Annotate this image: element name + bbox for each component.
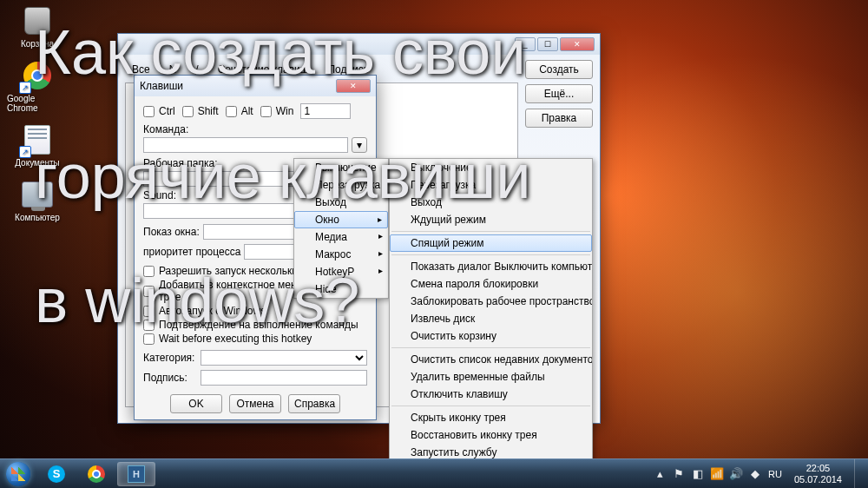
wait-label: Wait before executing this hotkey — [159, 333, 312, 345]
autorun-checkbox[interactable] — [143, 306, 155, 317]
skype-icon: S — [48, 465, 65, 483]
confirm-checkbox[interactable] — [143, 320, 155, 331]
command-label: Команда: — [143, 123, 367, 135]
caption-input[interactable] — [201, 370, 367, 386]
win-checkbox[interactable] — [260, 106, 272, 117]
clock-date: 05.07.2014 — [794, 474, 842, 485]
desktop-icon-label: Компьютер — [15, 213, 60, 222]
more-button[interactable]: Ещё... — [525, 84, 593, 103]
create-button[interactable]: Создать — [525, 60, 593, 79]
menu-separator — [391, 406, 590, 406]
computer-icon — [22, 181, 53, 208]
shield-icon[interactable]: ◆ — [749, 468, 761, 480]
category-label: Категория: — [143, 352, 197, 364]
menu-item[interactable]: Выход — [294, 194, 388, 211]
chrome-icon — [88, 465, 105, 483]
menu-separator — [391, 254, 590, 255]
menu-item[interactable]: Спящий режим — [390, 234, 592, 252]
desktop-icons-area: Корзина Google Chrome Документы Компьюте… — [7, 4, 68, 222]
desktop-icon-documents[interactable]: Документы — [7, 123, 68, 168]
language-indicator[interactable]: RU — [768, 469, 782, 479]
menu-item[interactable]: Удалить временные файлы — [390, 368, 592, 386]
tray-overflow-icon[interactable]: ▴ — [654, 468, 666, 480]
clock-time: 22:05 — [794, 463, 842, 473]
menu-separator — [391, 231, 590, 232]
menu-separator — [391, 347, 590, 348]
wait-checkbox[interactable] — [143, 333, 155, 345]
menu-item[interactable]: Заблокировать рабочее пространство — [390, 293, 592, 310]
ctrl-checkbox[interactable] — [143, 106, 155, 117]
taskbar-app-chrome[interactable] — [77, 462, 115, 486]
trash-icon — [24, 7, 50, 35]
menu-item[interactable]: Окно — [294, 211, 388, 228]
menu-item[interactable]: Показать диалог Выключить компьютер — [390, 258, 592, 275]
menu-item[interactable]: Очистить корзину — [390, 327, 592, 345]
document-icon — [24, 125, 50, 155]
menu-item[interactable]: Смена пароля блокировки — [390, 275, 592, 293]
taskbar: S H ▴ ⚑ ◧ 📶 🔊 ◆ RU 22:05 05.07.2014 — [0, 458, 868, 488]
menu-item[interactable]: Перезагрузка — [294, 176, 388, 194]
menu-item[interactable]: Восстановить иконку трея — [390, 426, 592, 444]
menu-item[interactable]: Hide — [294, 280, 388, 298]
menu-item[interactable]: Выход — [390, 194, 592, 211]
help-button[interactable]: Справка — [288, 394, 340, 413]
cancel-button[interactable]: Отмена — [229, 394, 281, 413]
network-icon[interactable]: 📶 — [711, 468, 723, 480]
alt-label: Alt — [241, 105, 253, 117]
maximize-button[interactable]: ☐ — [537, 37, 558, 51]
minimize-button[interactable]: _ — [515, 37, 536, 51]
shift-label: Shift — [198, 105, 219, 117]
desktop-icon-trash[interactable]: Корзина — [7, 4, 68, 49]
context-menu-secondary: ВыключениеПерезагрузкаВыходЖдущий режимС… — [389, 158, 593, 488]
priority-label: приоритет процесса — [143, 246, 240, 258]
main-titlebar[interactable]: _ ☐ ✕ — [118, 34, 600, 55]
dialog-title: Клавиши — [140, 80, 183, 92]
windows-orb-icon — [6, 462, 30, 486]
shift-checkbox[interactable] — [182, 106, 194, 117]
multi-checkbox[interactable] — [143, 266, 155, 277]
menu-item[interactable]: Ждущий режим — [390, 211, 592, 228]
win-label: Win — [276, 105, 294, 117]
flag-icon[interactable]: ⚑ — [673, 468, 685, 480]
volume-icon[interactable]: 🔊 — [730, 468, 742, 480]
desktop-icon-chrome[interactable]: Google Chrome — [7, 59, 68, 113]
chrome-icon — [23, 62, 51, 89]
menu-item[interactable]: Перезагрузка — [390, 176, 592, 194]
desktop-icon-label: Корзина — [21, 39, 54, 49]
keys-titlebar[interactable]: Клавиши ✕ — [135, 76, 376, 96]
close-button[interactable]: ✕ — [560, 37, 595, 51]
command-input[interactable] — [143, 137, 348, 153]
show-desktop-button[interactable] — [854, 459, 863, 489]
alt-checkbox[interactable] — [226, 106, 237, 117]
modifiers-row: Ctrl Shift Alt Win — [143, 103, 367, 119]
close-button[interactable]: ✕ — [336, 79, 371, 93]
ok-button[interactable]: OK — [170, 394, 222, 413]
menu-item[interactable]: Медиа — [294, 228, 388, 246]
menu-item[interactable]: HotkeyP — [294, 263, 388, 280]
menu-item[interactable]: Извлечь диск — [390, 310, 592, 327]
key-input[interactable] — [300, 103, 351, 119]
ctrl-label: Ctrl — [159, 105, 175, 117]
menu-item[interactable]: Макрос — [294, 246, 388, 263]
desktop: Корзина Google Chrome Документы Компьюте… — [0, 0, 868, 488]
desktop-icon-computer[interactable]: Компьютер — [7, 178, 68, 222]
menu-item[interactable]: Скрыть иконку трея — [390, 409, 592, 426]
edit-button[interactable]: Правка — [525, 109, 593, 128]
hotkeyp-icon: H — [128, 465, 145, 483]
caption-label: Подпись: — [143, 372, 197, 384]
menu-item[interactable]: Выключение — [294, 159, 388, 176]
desktop-icon-label: Документы — [15, 158, 60, 168]
tray-app-icon[interactable]: ◧ — [692, 468, 704, 480]
desktop-icon-label: Google Chrome — [7, 94, 68, 113]
clock[interactable]: 22:05 05.07.2014 — [789, 463, 847, 484]
tray-checkbox[interactable] — [143, 286, 155, 297]
window-label: Показ окна: — [143, 226, 200, 238]
taskbar-app-hotkeyp[interactable]: H — [117, 462, 155, 486]
menu-item[interactable]: Выключение — [390, 159, 592, 176]
menu-item[interactable]: Очистить список недавних документов — [390, 351, 592, 368]
taskbar-app-skype[interactable]: S — [37, 462, 76, 486]
menu-item[interactable]: Отключить клавишу — [390, 386, 592, 403]
command-browse-button[interactable]: ▾ — [352, 137, 367, 153]
start-button[interactable] — [0, 459, 36, 489]
category-select[interactable] — [201, 350, 367, 366]
